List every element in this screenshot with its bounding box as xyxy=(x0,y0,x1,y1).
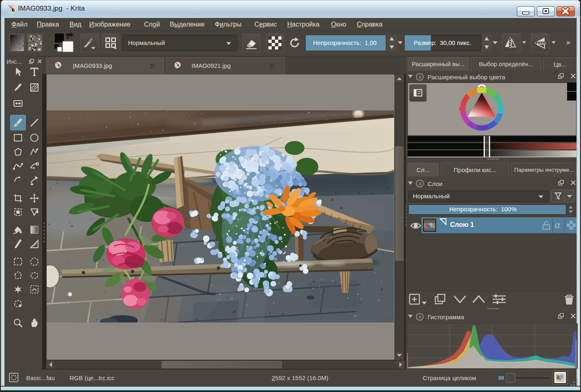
svg-text:a: a xyxy=(419,181,421,186)
svg-text:a: a xyxy=(419,74,421,80)
svg-text:a: a xyxy=(419,314,421,320)
